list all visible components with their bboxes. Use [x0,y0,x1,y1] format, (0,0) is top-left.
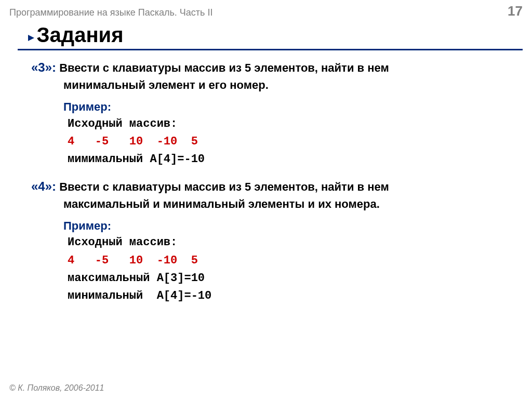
task4-text-line2: максимальный и минимальный элементы и их… [63,196,511,212]
footer-copyright: © К. Поляков, 2006-2011 [9,383,104,393]
triangle-icon [28,35,34,41]
task3-example-label: Пример: [63,99,511,115]
content: «3»: Ввести с клавиатуры массив из 5 эле… [0,50,532,305]
page-number: 17 [508,3,523,19]
task4-result-max: максимальный A[3]=10 [68,270,511,287]
task4-example-label: Пример: [63,218,511,234]
top-bar: Программирование на языке Паскаль. Часть… [0,0,532,21]
task3-result: мимимальный A[4]=-10 [68,151,511,168]
task4-text-line1: Ввести с клавиатуры массив из 5 элементо… [56,180,389,193]
task3-text-line1: Ввести с клавиатуры массив из 5 элементо… [56,61,389,74]
page-title: Задания [36,23,123,46]
course-title: Программирование на языке Паскаль. Часть… [9,7,212,18]
task4-source-label: Исходный массив: [68,234,511,251]
task3-source-label: Исходный массив: [68,115,511,133]
task3-head: «3»: Ввести с клавиатуры массив из 5 эле… [31,59,511,77]
title-block: Задания [0,23,532,47]
task4-result-min: минимальный A[4]=-10 [68,287,511,305]
task3-text-line2: минимальный элемент и его номер. [63,77,511,94]
task3-array: 4 -5 10 -10 5 [68,133,511,151]
task4-number: «4»: [31,179,56,193]
task4-array: 4 -5 10 -10 5 [68,252,511,270]
task4-head: «4»: Ввести с клавиатуры массив из 5 эле… [31,178,511,196]
task3-number: «3»: [31,60,56,74]
